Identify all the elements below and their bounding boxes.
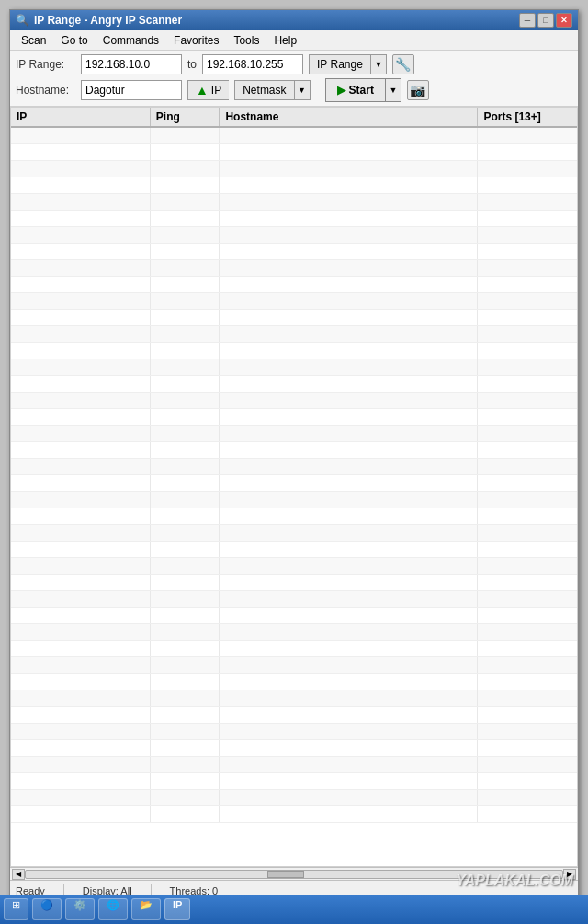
ip-to-input[interactable] [202, 54, 303, 74]
column-hostname[interactable]: Hostname [220, 108, 478, 127]
table-cell [150, 541, 220, 557]
table-row[interactable] [11, 375, 577, 392]
title-bar-left: 🔍 IP Range - Angry IP Scanner [16, 14, 182, 27]
table-row[interactable] [11, 243, 577, 259]
table-row[interactable] [11, 276, 577, 292]
table-cell [11, 193, 150, 210]
table-cell [11, 623, 150, 640]
table-row[interactable] [11, 673, 577, 690]
table-cell [478, 491, 577, 508]
table-cell [220, 127, 478, 143]
table-cell [220, 590, 478, 607]
menu-commands[interactable]: Commands [96, 32, 166, 49]
table-row[interactable] [11, 541, 577, 557]
column-ping[interactable]: Ping [150, 108, 220, 127]
table-row[interactable] [11, 739, 577, 756]
table-row[interactable] [11, 706, 577, 723]
menu-scan[interactable]: Scan [14, 32, 53, 49]
start-button[interactable]: ▶ Start [325, 78, 385, 102]
range-type-arrow[interactable]: ▼ [370, 54, 387, 74]
table-row[interactable] [11, 623, 577, 640]
table-row[interactable] [11, 309, 577, 325]
minimize-button[interactable]: ─ [519, 13, 536, 28]
table-row[interactable] [11, 557, 577, 574]
ip-range-label: IP Range: [16, 58, 75, 71]
close-button[interactable]: ✕ [556, 13, 572, 28]
table-row[interactable] [11, 177, 577, 193]
ip-from-input[interactable] [81, 54, 182, 74]
scrollbar-thumb[interactable] [267, 871, 304, 878]
table-row[interactable] [11, 325, 577, 342]
ip-button[interactable]: ▲ IP [187, 80, 229, 100]
table-row[interactable] [11, 127, 577, 143]
table-row[interactable] [11, 640, 577, 656]
table-cell [478, 673, 577, 690]
table-cell [478, 342, 577, 359]
wrench-icon-button[interactable]: 🔧 [392, 54, 414, 74]
table-cell [220, 292, 478, 309]
table-row[interactable] [11, 607, 577, 623]
hostname-input[interactable] [81, 80, 182, 100]
table-cell [150, 143, 220, 160]
range-type-button[interactable]: IP Range [309, 54, 370, 74]
table-row[interactable] [11, 723, 577, 739]
results-table-container[interactable]: IP Ping Hostname Ports [13+] (function()… [10, 107, 578, 867]
taskbar-item-4[interactable]: 📂 [131, 898, 161, 920]
table-row[interactable] [11, 524, 577, 541]
column-ports[interactable]: Ports [13+] [478, 108, 577, 127]
table-row[interactable] [11, 656, 577, 673]
table-row[interactable] [11, 491, 577, 508]
table-cell [478, 276, 577, 292]
taskbar: ⊞ 🔵 ⚙️ 🌐 📂 IP [0, 895, 588, 924]
table-cell [11, 574, 150, 590]
taskbar-item-3[interactable]: 🌐 [98, 898, 128, 920]
table-row[interactable] [11, 408, 577, 425]
menu-favorites[interactable]: Favorites [166, 32, 226, 49]
table-row[interactable] [11, 772, 577, 789]
table-cell [11, 210, 150, 226]
table-row[interactable] [11, 359, 577, 375]
table-row[interactable] [11, 508, 577, 524]
table-row[interactable] [11, 574, 577, 590]
taskbar-item-angry[interactable]: IP [164, 898, 190, 920]
taskbar-item-2[interactable]: ⚙️ [65, 898, 95, 920]
table-row[interactable] [11, 259, 577, 276]
table-cell [478, 640, 577, 656]
menu-tools[interactable]: Tools [226, 32, 266, 49]
table-cell [478, 127, 577, 143]
netmask-arrow[interactable]: ▼ [294, 80, 311, 100]
table-row[interactable] [11, 226, 577, 243]
table-row[interactable] [11, 292, 577, 309]
maximize-button[interactable]: □ [537, 13, 554, 28]
netmask-button[interactable]: Netmask [234, 80, 293, 100]
table-cell [150, 408, 220, 425]
column-ip[interactable]: IP [11, 108, 150, 127]
table-row[interactable] [11, 474, 577, 491]
table-cell [150, 259, 220, 276]
table-header-row: IP Ping Hostname Ports [13+] [11, 108, 577, 127]
table-row[interactable] [11, 789, 577, 805]
table-cell [478, 739, 577, 756]
table-row[interactable] [11, 756, 577, 772]
table-row[interactable] [11, 441, 577, 458]
table-row[interactable] [11, 193, 577, 210]
menu-goto[interactable]: Go to [53, 32, 95, 49]
start-dropdown-arrow[interactable]: ▼ [385, 78, 401, 102]
taskbar-item-1[interactable]: 🔵 [32, 898, 62, 920]
table-row[interactable] [11, 590, 577, 607]
table-row[interactable] [11, 392, 577, 408]
table-row[interactable] [11, 210, 577, 226]
title-controls: ─ □ ✕ [519, 13, 572, 28]
table-cell [150, 425, 220, 441]
table-row[interactable] [11, 425, 577, 441]
table-row[interactable] [11, 690, 577, 706]
taskbar-start[interactable]: ⊞ [4, 898, 28, 920]
table-row[interactable] [11, 143, 577, 160]
menu-help[interactable]: Help [266, 32, 304, 49]
table-row[interactable] [11, 342, 577, 359]
scroll-left-button[interactable]: ◀ [12, 869, 25, 880]
camera-icon-button[interactable]: 📷 [407, 80, 429, 100]
table-row[interactable] [11, 805, 577, 822]
table-row[interactable] [11, 458, 577, 474]
table-row[interactable] [11, 160, 577, 177]
